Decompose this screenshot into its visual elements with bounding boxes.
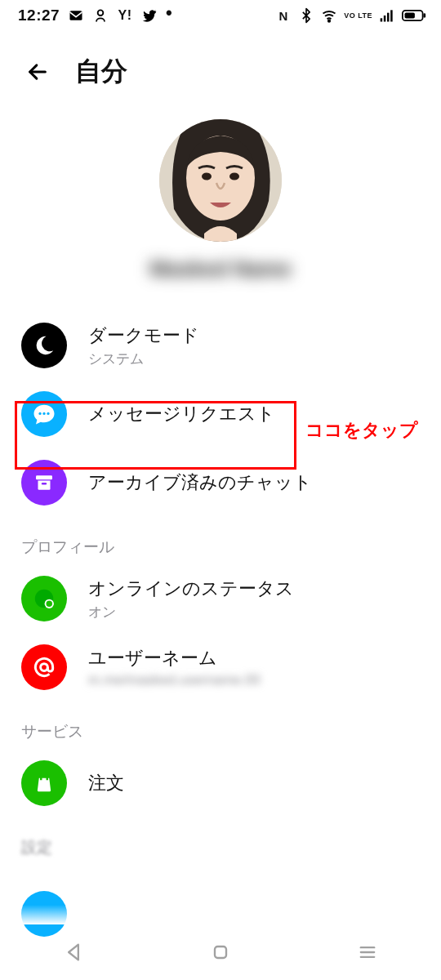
section-service: サービス (0, 702, 441, 749)
row-title: オンラインのステータス (88, 577, 294, 601)
android-nav-bar (0, 924, 441, 980)
svg-point-13 (229, 173, 239, 180)
notif-icon-2 (92, 7, 109, 24)
svg-point-12 (202, 173, 212, 180)
svg-point-16 (47, 412, 49, 415)
status-left: 12:27 Y! • (18, 7, 172, 24)
bluetooth-icon (298, 7, 314, 24)
nfc-icon: N (275, 7, 292, 24)
nav-home[interactable] (196, 936, 245, 969)
status-right: N VO LTE (275, 7, 426, 24)
profile-display-name: Masked Name (149, 256, 291, 282)
svg-rect-3 (381, 18, 383, 21)
back-button[interactable] (23, 57, 52, 87)
row-username[interactable]: ユーザーネーム m.me/masked.username.00 (0, 633, 441, 702)
svg-point-2 (328, 20, 330, 22)
svg-point-14 (38, 412, 41, 415)
row-orders[interactable]: 注文 (0, 749, 441, 817)
svg-rect-5 (387, 13, 390, 22)
status-time: 12:27 (18, 7, 60, 24)
svg-rect-9 (423, 13, 425, 17)
svg-point-1 (98, 10, 104, 16)
row-subtitle: m.me/masked.username.00 (88, 672, 261, 688)
at-sign-icon (21, 644, 67, 690)
row-title: メッセージリクエスト (88, 402, 275, 426)
section-settings: 設定 (0, 817, 441, 858)
svg-point-15 (42, 412, 45, 415)
notif-icon-twitter (141, 7, 158, 24)
svg-rect-17 (36, 475, 52, 479)
nav-recent[interactable] (343, 936, 392, 969)
svg-rect-18 (42, 483, 47, 485)
chat-bubble-icon (21, 391, 67, 437)
row-subtitle: オン (88, 603, 294, 621)
moon-icon (21, 323, 67, 368)
nav-back[interactable] (49, 936, 98, 969)
annotation-callout: ココをタップ (305, 418, 418, 443)
svg-rect-6 (390, 10, 393, 21)
wifi-icon (321, 7, 337, 24)
app-header: 自分 (0, 31, 441, 96)
svg-rect-4 (384, 16, 386, 22)
row-title: 注文 (88, 771, 124, 795)
svg-rect-0 (70, 11, 82, 20)
row-subtitle: システム (88, 350, 199, 368)
profile-block: Masked Name (0, 119, 441, 282)
volte-icon: VO LTE (344, 12, 372, 19)
notif-more: • (166, 13, 172, 18)
notif-icon-yahoo: Y! (117, 7, 133, 24)
status-dot-icon (21, 576, 67, 621)
battery-icon (402, 7, 426, 24)
status-bar: 12:27 Y! • N VO LTE (0, 0, 441, 31)
row-archived-chats[interactable]: アーカイブ済みのチャット (0, 448, 441, 517)
row-dark-mode[interactable]: ダークモード システム (0, 311, 441, 380)
row-title: ユーザーネーム (88, 646, 261, 670)
settings-list: ダークモード システム メッセージリクエスト アーカイブ済みのチャット プロフィ… (0, 311, 441, 912)
signal-icon (379, 7, 395, 24)
page-title: 自分 (75, 54, 127, 90)
row-title: ダークモード (88, 323, 199, 348)
avatar[interactable] (159, 119, 282, 242)
shopping-bag-icon (21, 760, 67, 806)
row-online-status[interactable]: オンラインのステータス オン (0, 564, 441, 633)
archive-icon (21, 460, 67, 506)
row-title: アーカイブ済みのチャット (88, 470, 312, 495)
svg-rect-8 (405, 12, 415, 18)
section-profile: プロフィール (0, 517, 441, 564)
notif-icon-1 (68, 7, 84, 24)
svg-point-21 (47, 601, 53, 608)
svg-rect-23 (215, 947, 226, 958)
